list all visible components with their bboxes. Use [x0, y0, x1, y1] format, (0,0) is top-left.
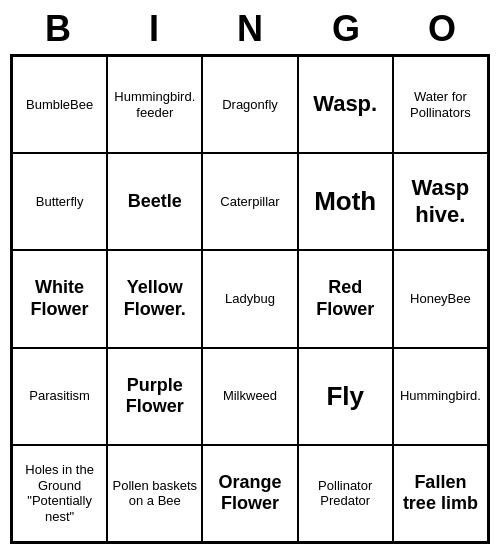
cell-r2-c1: Yellow Flower.	[107, 250, 202, 347]
cell-r3-c3: Fly	[298, 348, 393, 445]
cell-r3-c2: Milkweed	[202, 348, 297, 445]
cell-r0-c3: Wasp.	[298, 56, 393, 153]
cell-r4-c1: Pollen baskets on a Bee	[107, 445, 202, 542]
cell-r2-c4: HoneyBee	[393, 250, 488, 347]
cell-r4-c2: Orange Flower	[202, 445, 297, 542]
cell-r2-c3: Red Flower	[298, 250, 393, 347]
cell-r0-c0: BumbleBee	[12, 56, 107, 153]
bingo-letter-i: I	[114, 8, 194, 50]
cell-r4-c3: Pollinator Predator	[298, 445, 393, 542]
cell-r1-c1: Beetle	[107, 153, 202, 250]
cell-r1-c3: Moth	[298, 153, 393, 250]
bingo-letter-g: G	[306, 8, 386, 50]
bingo-letter-b: B	[18, 8, 98, 50]
cell-r3-c1: Purple Flower	[107, 348, 202, 445]
cell-r1-c2: Caterpillar	[202, 153, 297, 250]
cell-r0-c1: Hummingbird. feeder	[107, 56, 202, 153]
cell-r3-c0: Parasitism	[12, 348, 107, 445]
bingo-title-row: BINGO	[10, 0, 490, 54]
cell-r1-c4: Wasp hive.	[393, 153, 488, 250]
bingo-letter-n: N	[210, 8, 290, 50]
cell-r3-c4: Hummingbird.	[393, 348, 488, 445]
cell-r1-c0: Butterfly	[12, 153, 107, 250]
bingo-grid: BumbleBeeHummingbird. feederDragonflyWas…	[10, 54, 490, 544]
cell-r4-c4: Fallen tree limb	[393, 445, 488, 542]
cell-r2-c0: White Flower	[12, 250, 107, 347]
cell-r2-c2: Ladybug	[202, 250, 297, 347]
bingo-letter-o: O	[402, 8, 482, 50]
cell-r0-c4: Water for Pollinators	[393, 56, 488, 153]
cell-r4-c0: Holes in the Ground "Potentially nest"	[12, 445, 107, 542]
cell-r0-c2: Dragonfly	[202, 56, 297, 153]
